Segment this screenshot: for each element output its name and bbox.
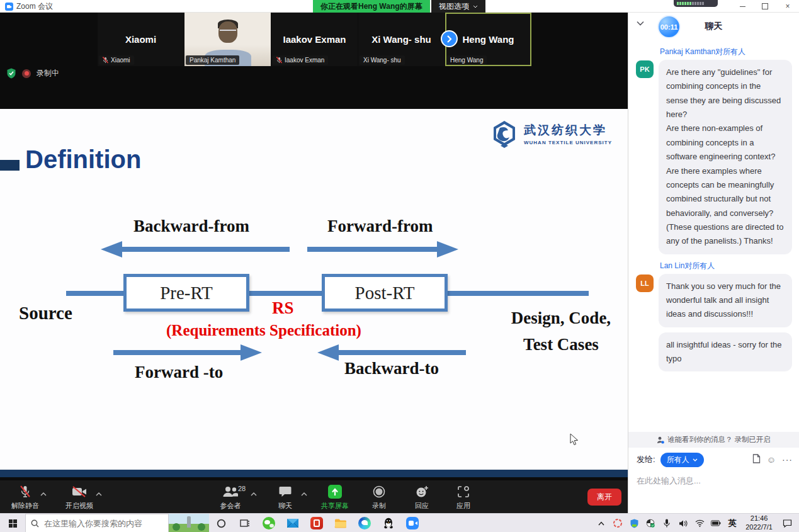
mic-muted-icon [103,57,108,64]
participant-tile-iaakov-exman[interactable]: Iaakov Exman Iaakov Exman [271,13,358,66]
university-emblem-icon [490,119,519,148]
more-options-icon[interactable]: ··· [782,455,793,465]
apps-button[interactable]: 应用 [445,485,482,511]
unmute-button[interactable]: 解除静音 [1,485,49,511]
microphone-tray-icon[interactable] [660,514,674,532]
taskbar-clock[interactable]: 21:46 2022/7/1 [742,514,776,532]
chat-visibility-notice: 谁能看到你的消息？ 录制已开启 [628,432,799,448]
participants-button[interactable]: 28 参会者 [207,485,254,511]
chevron-up-icon[interactable] [251,492,257,496]
start-video-button[interactable]: 开启视频 [55,485,103,511]
minimize-button[interactable] [731,0,754,13]
zoom-app-icon [5,3,13,11]
file-explorer-icon[interactable] [329,514,353,532]
taskbar-search[interactable] [25,514,169,532]
speaker-icon[interactable] [676,514,690,532]
reactions-button[interactable]: 回应 [403,485,441,511]
chat-button[interactable]: 聊天 [266,485,305,511]
recording-label: 录制中 [37,68,59,79]
zoom-meeting-window: Zoom 会议 你正在观看Heng Wang的屏幕 视图选项 × Xiaomi [0,0,799,532]
search-input[interactable] [44,519,151,528]
qq-icon[interactable] [377,514,400,532]
participant-label: Xiaomi [99,55,134,65]
start-video-label: 开启视频 [65,501,93,511]
chevron-down-icon [693,458,698,461]
chevron-right-icon [446,35,452,43]
maximize-button[interactable] [754,0,776,13]
battery-icon[interactable] [709,514,723,532]
view-options-dropdown[interactable]: 视图选项 [431,0,485,13]
chat-message-list: Pankaj Kamthan对所有人 PK Are there any "gui… [628,40,799,430]
edge-icon[interactable] [353,514,377,532]
record-circle-icon [373,485,385,498]
participant-tile-xi-wang-shu[interactable]: Xi Wang- shu Xi Wang- shu [358,13,445,66]
mouse-cursor [570,433,579,446]
emoji-icon[interactable]: ☺ [767,455,776,465]
mail-icon[interactable] [281,514,305,532]
task-view-icon[interactable] [233,514,257,532]
tray-expand-icon[interactable] [594,514,608,532]
shared-screen-stage: Xiaomi Xiaomi Pankaj Kamthan Iaakov Exma… [0,13,628,513]
participant-label: Heng Wang [446,55,487,65]
participant-tile-heng-wang[interactable]: Heng Wang Heng Wang [445,13,531,66]
participant-tile-xiaomi[interactable]: Xiaomi Xiaomi [98,13,184,66]
recording-dot-icon [22,69,31,78]
wifi-icon[interactable] [693,514,706,532]
chat-panel: 00:11 聊天 Pankaj Kamthan对所有人 PK Are there… [628,13,799,513]
action-center-icon[interactable] [779,514,795,532]
share-screen-label: 共享屏幕 [321,501,349,511]
record-label: 录制 [372,501,386,511]
start-button[interactable] [0,514,25,532]
message-bubble: Are there any "guidelines" for combining… [659,60,792,254]
chat-label: 聊天 [278,501,292,511]
shield-check-icon [6,68,16,79]
cortana-icon[interactable] [209,514,233,532]
send-to-label: 发给: [637,454,655,465]
security-shield-blue-icon[interactable] [627,514,641,532]
avatar: LL [636,274,654,292]
office-icon[interactable] [305,514,329,532]
chat-bubble-icon [279,486,292,497]
defender-shield-icon[interactable] [643,514,657,532]
leave-meeting-button[interactable]: 离开 [587,489,621,506]
zoom-meeting-toolbar: 解除静音 开启视频 28 参会者 [0,480,628,513]
reactions-label: 回应 [415,501,429,511]
chat-message-input[interactable] [637,476,791,485]
next-participants-page-button[interactable] [441,30,458,47]
participants-count: 28 [238,485,246,492]
window-titlebar: Zoom 会议 你正在观看Heng Wang的屏幕 视图选项 × [0,0,799,13]
presentation-slide: Definition 武汉纺织大学 WUHAN TEXTILE UNIVERSI… [0,109,628,477]
university-name-en: WUHAN TEXTILE UNIVERSITY [524,140,612,145]
chevron-up-icon[interactable] [40,492,47,496]
arrow-forward-from [307,241,458,258]
ime-language-indicator[interactable]: 英 [725,514,739,532]
window-controls: × [731,0,799,13]
participant-label: Iaakov Exman [273,55,328,65]
share-screen-button[interactable]: 共享屏幕 [311,485,359,511]
message-bubble: all insightful ideas - sorry for the typ… [659,332,792,372]
chevron-up-icon[interactable] [301,492,307,496]
close-button[interactable]: × [776,0,799,13]
pre-rt-box: Pre-RT [123,274,249,312]
audio-level-meter [674,0,718,7]
chevron-up-icon[interactable] [96,492,102,496]
antivirus-flower-icon[interactable] [611,514,625,532]
attach-file-icon[interactable] [752,454,761,465]
avatar: PK [636,60,654,78]
windows-logo-icon [9,519,17,528]
file-icon [752,454,761,463]
label-target: Design, Code, Test Cases [501,305,621,358]
wechat-icon[interactable] [257,514,281,532]
participants-label: 参会者 [220,501,241,511]
mic-muted-icon [276,57,282,64]
zoom-taskbar-icon[interactable] [400,514,424,532]
record-button[interactable]: 录制 [360,485,398,511]
time: 21:46 [745,514,773,523]
label-forward-to: Forward -to [135,363,223,382]
label-forward-from: Forward-from [327,217,433,236]
send-to-selector[interactable]: 所有人 [660,453,704,467]
search-highlight-image[interactable] [169,514,209,532]
smiley-plus-icon [416,485,429,498]
participant-tile-pankaj-kamthan[interactable]: Pankaj Kamthan [184,13,271,66]
apps-brackets-icon [457,485,470,498]
